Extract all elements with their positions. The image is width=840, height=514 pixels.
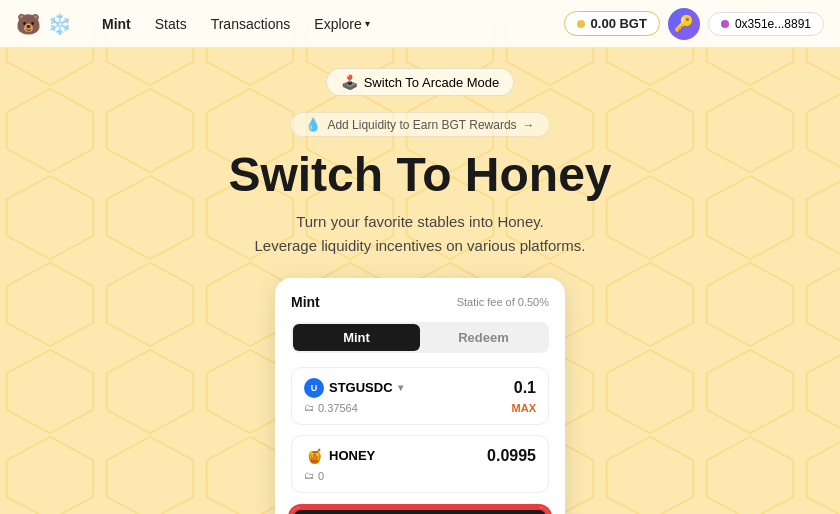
hero-subtitle: Turn your favorite stables into Honey. L… bbox=[254, 210, 585, 258]
stgusdc-icon: U bbox=[304, 378, 324, 398]
card-title: Mint bbox=[291, 294, 320, 310]
card-header: Mint Static fee of 0.50% bbox=[291, 294, 549, 310]
arcade-icon: 🕹️ bbox=[341, 74, 358, 90]
navbar: 🐻 ❄️ Mint Stats Transactions Explore ▾ 0… bbox=[0, 0, 840, 48]
wallet-address[interactable]: 0x351e...8891 bbox=[708, 12, 824, 36]
hero-title: Switch To Honey bbox=[228, 149, 611, 202]
bgt-rewards-label: Add Liquidity to Earn BGT Rewards bbox=[327, 118, 516, 132]
chevron-down-icon: ▾ bbox=[398, 382, 403, 393]
copy-icon: 🗂 bbox=[304, 402, 314, 413]
token-to-symbol: HONEY bbox=[329, 448, 375, 463]
token-from-selector[interactable]: U STGUSDC ▾ bbox=[304, 378, 403, 398]
token-from-balance: 🗂 0.37564 bbox=[304, 402, 358, 414]
wallet-address-text: 0x351e...8891 bbox=[735, 17, 811, 31]
avatar-icon[interactable]: 🔑 bbox=[668, 8, 700, 40]
token-to-amount: 0.0995 bbox=[487, 447, 536, 465]
mint-button[interactable]: Mint bbox=[291, 507, 549, 514]
nav-transactions[interactable]: Transactions bbox=[201, 12, 301, 36]
bear-icon: 🐻 bbox=[16, 12, 41, 36]
token-to-bottom: 🗂 0 bbox=[304, 470, 536, 482]
token-to-balance: 🗂 0 bbox=[304, 470, 324, 482]
token-to-top: 🍯 HONEY 0.0995 bbox=[304, 446, 536, 466]
nav-links: Mint Stats Transactions Explore ▾ bbox=[92, 12, 544, 36]
bgt-dot-icon bbox=[577, 20, 585, 28]
navbar-right: 0.00 BGT 🔑 0x351e...8891 bbox=[564, 8, 824, 40]
copy-icon: 🗂 bbox=[304, 470, 314, 481]
arcade-label: Switch To Arcade Mode bbox=[364, 75, 500, 90]
main-content: 🕹️ Switch To Arcade Mode 💧 Add Liquidity… bbox=[0, 48, 840, 514]
token-to-selector: 🍯 HONEY bbox=[304, 446, 375, 466]
bgt-balance-value: 0.00 BGT bbox=[591, 16, 647, 31]
honey-icon: 🍯 bbox=[304, 446, 324, 466]
nav-explore[interactable]: Explore ▾ bbox=[304, 12, 379, 36]
nav-stats[interactable]: Stats bbox=[145, 12, 197, 36]
token-from-balance-value: 0.37564 bbox=[318, 402, 358, 414]
nav-mint[interactable]: Mint bbox=[92, 12, 141, 36]
token-from-bottom: 🗂 0.37564 MAX bbox=[304, 402, 536, 414]
tab-mint[interactable]: Mint bbox=[293, 324, 420, 351]
token-to-balance-value: 0 bbox=[318, 470, 324, 482]
max-button[interactable]: MAX bbox=[512, 402, 536, 414]
arcade-banner[interactable]: 🕹️ Switch To Arcade Mode bbox=[326, 68, 515, 96]
token-to-row: 🍯 HONEY 0.0995 🗂 0 bbox=[291, 435, 549, 493]
drop-icon: 💧 bbox=[305, 117, 321, 132]
bgt-balance[interactable]: 0.00 BGT bbox=[564, 11, 660, 36]
logo[interactable]: 🐻 ❄️ bbox=[16, 12, 72, 36]
tab-redeem[interactable]: Redeem bbox=[420, 324, 547, 351]
token-from-amount[interactable]: 0.1 bbox=[514, 379, 536, 397]
card-tabs: Mint Redeem bbox=[291, 322, 549, 353]
arrow-icon: → bbox=[523, 118, 535, 132]
wallet-dot-icon bbox=[721, 20, 729, 28]
chevron-down-icon: ▾ bbox=[365, 18, 370, 29]
bgt-rewards-link[interactable]: 💧 Add Liquidity to Earn BGT Rewards → bbox=[290, 112, 549, 137]
token-from-top: U STGUSDC ▾ 0.1 bbox=[304, 378, 536, 398]
static-fee: Static fee of 0.50% bbox=[457, 296, 549, 308]
mint-card: Mint Static fee of 0.50% Mint Redeem U S… bbox=[275, 278, 565, 514]
token-from-row: U STGUSDC ▾ 0.1 🗂 0.37564 MAX bbox=[291, 367, 549, 425]
snowflake-icon: ❄️ bbox=[47, 12, 72, 36]
token-from-symbol: STGUSDC bbox=[329, 380, 393, 395]
